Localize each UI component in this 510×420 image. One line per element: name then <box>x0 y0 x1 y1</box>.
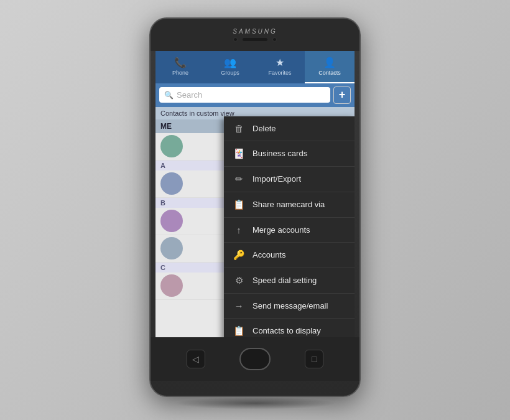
star-icon: ★ <box>276 57 284 68</box>
avatar <box>160 237 183 259</box>
menu-item-share-namecard[interactable]: 📋 Share namecard via <box>224 192 355 218</box>
tab-groups[interactable]: 👥 Groups <box>205 51 255 83</box>
avatar <box>160 274 183 297</box>
contacts-header-text: Contacts in custom view <box>160 110 234 117</box>
top-sensors <box>233 37 277 42</box>
menu-item-import-export[interactable]: ✏ Import/Export <box>224 167 355 192</box>
phone-screen: 📞 Phone 👥 Groups ★ Favorites 👤 Contacts <box>155 51 355 337</box>
tab-contacts[interactable]: 👤 Contacts <box>305 51 355 83</box>
phone-wrapper: SAMSUNG 📞 Phone 👥 Groups <box>149 17 361 403</box>
import-export-icon: ✏ <box>233 174 245 185</box>
accounts-icon: 🔑 <box>233 250 245 261</box>
samsung-logo: SAMSUNG <box>233 28 277 35</box>
contacts-display-icon: 📋 <box>233 325 245 337</box>
menu-item-send-message[interactable]: → Send message/email <box>224 294 355 319</box>
search-icon: 🔍 <box>164 91 174 100</box>
tab-favorites[interactable]: ★ Favorites <box>255 51 305 83</box>
tab-favorites-label: Favorites <box>268 70 291 76</box>
context-menu: 🗑 Delete 🃏 Business cards ✏ Import/Expor… <box>224 116 355 337</box>
menu-item-merge-accounts[interactable]: ↑ Merge accounts <box>224 218 355 243</box>
menu-item-accounts-label: Accounts <box>253 250 285 259</box>
sensor <box>272 37 277 42</box>
business-cards-icon: 🃏 <box>233 148 245 159</box>
back-button[interactable]: ◁ <box>187 350 205 368</box>
phone-body: SAMSUNG 📞 Phone 👥 Groups <box>149 17 361 397</box>
send-message-icon: → <box>233 301 245 311</box>
phone-icon: 📞 <box>174 57 187 68</box>
menu-item-speed-dial-label: Speed dial setting <box>253 276 317 285</box>
groups-icon: 👥 <box>224 57 236 68</box>
trash-icon: 🗑 <box>233 123 245 134</box>
menu-item-business-cards[interactable]: 🃏 Business cards <box>224 141 355 167</box>
recent-apps-button[interactable]: □ <box>305 350 323 368</box>
tab-phone-label: Phone <box>172 70 188 76</box>
menu-item-contacts-display-label: Contacts to display <box>253 326 321 335</box>
menu-item-delete-label: Delete <box>253 124 276 133</box>
nav-tabs: 📞 Phone 👥 Groups ★ Favorites 👤 Contacts <box>155 51 355 83</box>
speaker-slot <box>243 38 267 41</box>
menu-item-share-namecard-label: Share namecard via <box>253 200 325 209</box>
search-input-box[interactable]: 🔍 Search <box>159 87 330 103</box>
search-bar: 🔍 Search + <box>155 83 355 107</box>
menu-item-delete[interactable]: 🗑 Delete <box>224 116 355 141</box>
search-placeholder: Search <box>177 90 202 100</box>
tab-phone[interactable]: 📞 Phone <box>155 51 205 83</box>
add-contact-button[interactable]: + <box>333 86 351 104</box>
menu-item-accounts[interactable]: 🔑 Accounts <box>224 243 355 268</box>
me-label: ME <box>160 122 172 131</box>
contacts-icon: 👤 <box>323 57 336 68</box>
phone-shadow <box>174 397 336 409</box>
menu-item-send-message-label: Send message/email <box>253 301 328 310</box>
menu-item-contacts-display[interactable]: 📋 Contacts to display <box>224 319 355 337</box>
menu-item-merge-accounts-label: Merge accounts <box>253 225 310 235</box>
page-background: SAMSUNG 📞 Phone 👥 Groups <box>0 0 510 420</box>
menu-item-business-cards-label: Business cards <box>253 149 307 158</box>
merge-icon: ↑ <box>233 225 245 235</box>
menu-item-import-export-label: Import/Export <box>253 174 301 184</box>
phone-bottom-bezel: ◁ □ <box>151 337 359 381</box>
avatar <box>160 172 183 195</box>
tab-groups-label: Groups <box>221 70 239 76</box>
phone-top-bezel: SAMSUNG <box>151 19 359 51</box>
tab-contacts-label: Contacts <box>318 70 341 76</box>
menu-item-speed-dial[interactable]: ⚙ Speed dial setting <box>224 268 355 294</box>
home-button[interactable] <box>239 348 271 370</box>
avatar <box>160 135 183 157</box>
avatar <box>160 210 183 232</box>
share-icon: 📋 <box>233 199 245 210</box>
front-camera <box>233 37 238 42</box>
speed-dial-icon: ⚙ <box>233 275 245 286</box>
